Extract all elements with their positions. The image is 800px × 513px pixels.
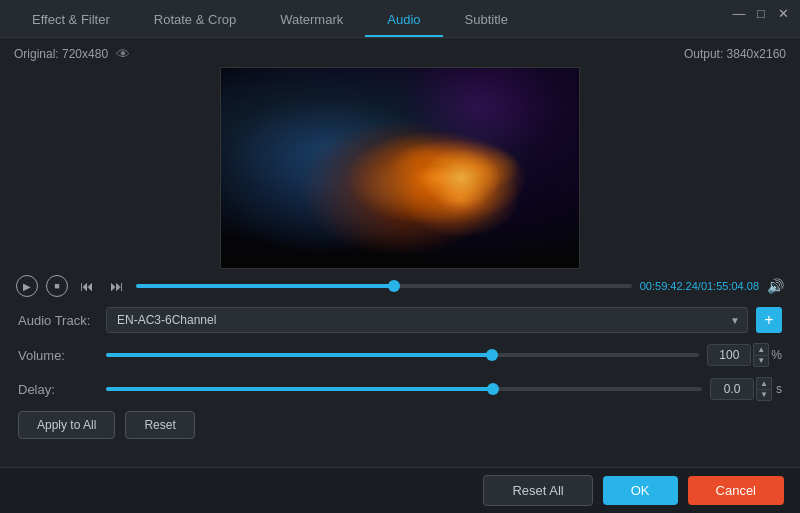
delay-down-button[interactable]: ▼ (756, 389, 772, 401)
volume-up-button[interactable]: ▲ (753, 343, 769, 355)
video-preview-wrapper (14, 67, 786, 269)
cancel-button[interactable]: Cancel (688, 476, 784, 505)
progress-track[interactable] (136, 284, 632, 288)
bottom-bar: Reset All OK Cancel (0, 467, 800, 513)
tab-effect-filter[interactable]: Effect & Filter (10, 4, 132, 37)
volume-slider-track[interactable] (106, 353, 699, 357)
video-preview (220, 67, 580, 269)
tab-audio[interactable]: Audio (365, 4, 442, 37)
delay-unit: s (776, 382, 782, 396)
reset-all-button[interactable]: Reset All (483, 475, 592, 506)
video-info-left: Original: 720x480 👁 (14, 46, 130, 62)
volume-down-button[interactable]: ▼ (753, 355, 769, 367)
apply-to-all-button[interactable]: Apply to All (18, 411, 115, 439)
progress-fill (136, 284, 394, 288)
volume-input[interactable] (707, 344, 751, 366)
eye-icon: 👁 (116, 46, 130, 62)
tab-bar: Effect & Filter Rotate & Crop Watermark … (0, 0, 800, 38)
volume-label: Volume: (18, 348, 98, 363)
tab-subtitle[interactable]: Subtitle (443, 4, 530, 37)
minimize-button[interactable]: — (732, 6, 746, 20)
close-button[interactable]: ✕ (776, 6, 790, 20)
audio-track-label: Audio Track: (18, 313, 98, 328)
scene-glow-2 (421, 148, 501, 208)
reset-button[interactable]: Reset (125, 411, 194, 439)
title-bar: — □ ✕ (722, 0, 800, 26)
action-row: Apply to All Reset (14, 411, 786, 439)
scene-glow-3 (221, 108, 421, 258)
volume-slider-fill (106, 353, 492, 357)
delay-spinner-btns: ▲ ▼ (756, 377, 772, 401)
stop-button[interactable]: ■ (46, 275, 68, 297)
play-button[interactable]: ▶ (16, 275, 38, 297)
audio-track-dropdown-wrapper: EN-AC3-6Channel EN-AC3-2Channel ▼ (106, 307, 748, 333)
delay-input[interactable] (710, 378, 754, 400)
tab-watermark[interactable]: Watermark (258, 4, 365, 37)
output-resolution: Output: 3840x2160 (684, 47, 786, 61)
volume-row: Volume: ▲ ▼ % (18, 343, 782, 367)
maximize-button[interactable]: □ (754, 6, 768, 20)
add-track-button[interactable]: + (756, 307, 782, 333)
volume-slider-thumb (486, 349, 498, 361)
delay-spinner: ▲ ▼ s (710, 377, 782, 401)
video-info-row: Original: 720x480 👁 Output: 3840x2160 (14, 46, 786, 62)
video-scene (221, 68, 579, 268)
volume-icon: 🔊 (767, 278, 784, 294)
delay-slider-thumb (487, 383, 499, 395)
delay-slider-fill (106, 387, 493, 391)
audio-track-select[interactable]: EN-AC3-6Channel EN-AC3-2Channel (106, 307, 748, 333)
tab-rotate-crop[interactable]: Rotate & Crop (132, 4, 258, 37)
ok-button[interactable]: OK (603, 476, 678, 505)
volume-unit: % (771, 348, 782, 362)
delay-label: Delay: (18, 382, 98, 397)
volume-spinner: ▲ ▼ % (707, 343, 782, 367)
audio-track-row: Audio Track: EN-AC3-6Channel EN-AC3-2Cha… (18, 307, 782, 333)
skip-back-button[interactable]: ⏮ (76, 275, 98, 297)
time-display: 00:59:42.24/01:55:04.08 (640, 280, 759, 292)
main-content: Original: 720x480 👁 Output: 3840x2160 Ti… (0, 38, 800, 439)
delay-up-button[interactable]: ▲ (756, 377, 772, 389)
original-resolution: Original: 720x480 (14, 47, 108, 61)
controls-panel: Audio Track: EN-AC3-6Channel EN-AC3-2Cha… (14, 307, 786, 401)
delay-row: Delay: ▲ ▼ s (18, 377, 782, 401)
progress-thumb (388, 280, 400, 292)
skip-forward-button[interactable]: ⏭ (106, 275, 128, 297)
playback-bar: ▶ ■ ⏮ ⏭ 00:59:42.24/01:55:04.08 🔊 (14, 275, 786, 297)
delay-slider-track[interactable] (106, 387, 702, 391)
volume-spinner-btns: ▲ ▼ (753, 343, 769, 367)
